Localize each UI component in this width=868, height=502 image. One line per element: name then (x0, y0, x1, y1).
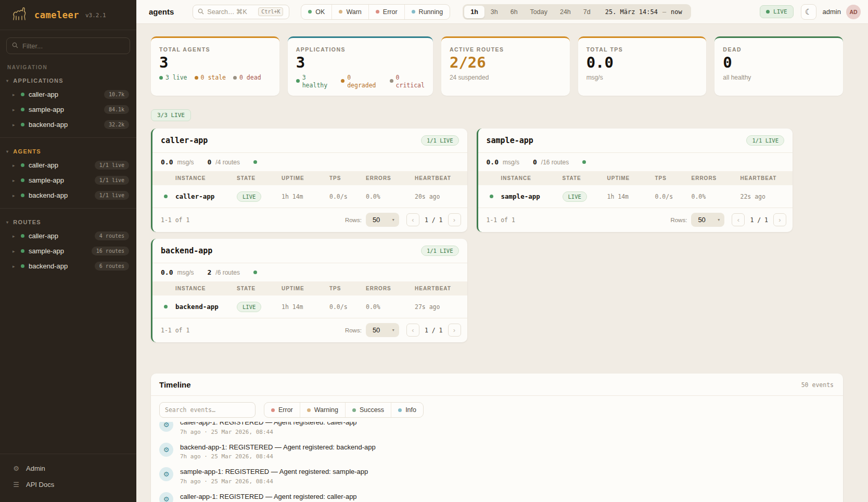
rows-per-page-select[interactable]: 50▾ (366, 323, 399, 337)
app-card-backend-app: backend-app 1/1 LIVE 0.0 msg/s 2 /6 rout… (151, 239, 467, 342)
live-status-badge: LIVE (760, 5, 794, 18)
sidebar-item-agent-caller-app[interactable]: ▸ caller-app 1/1 live (0, 158, 136, 173)
table-header: INSTANCESTATEUPTIME TPSERRORSHEARTBEAT (152, 171, 467, 185)
sidebar-section-routes[interactable]: ▾ ROUTES (0, 214, 136, 228)
prev-page-button[interactable]: ‹ (732, 213, 745, 226)
gear-icon: ⚙ (159, 467, 173, 481)
chevron-down-icon: ▾ (392, 328, 394, 332)
status-dot (21, 178, 24, 182)
sidebar-item-routes-sample-app[interactable]: ▸ sample-app 16 routes (0, 243, 136, 259)
critical-dot (390, 79, 393, 83)
rows-per-page-select[interactable]: 50▾ (691, 213, 724, 227)
chevron-right-icon: ▸ (12, 163, 17, 168)
timeline-search-input[interactable] (165, 406, 250, 414)
time-range-24h[interactable]: 24h (554, 6, 577, 18)
divider (0, 137, 136, 138)
filter-running[interactable]: Running (404, 5, 450, 19)
table-row[interactable]: sample-app LIVE 1h 14m 0.0/s 0.0% 22s ag… (478, 185, 793, 208)
dark-mode-toggle[interactable]: ☾ (801, 4, 816, 20)
chevron-right-icon: ▸ (12, 249, 17, 254)
chevron-down-icon: ▾ (392, 217, 394, 222)
global-search-input[interactable] (207, 8, 255, 16)
live-badge: 1/1 live (95, 161, 129, 170)
timeline-event[interactable]: ⚙ backend-app-1: REGISTERED — Agent regi… (159, 439, 835, 464)
chevron-down-icon: ▾ (6, 220, 9, 225)
chevron-right-icon: ▸ (12, 193, 17, 198)
count-badge: 10.7k (104, 90, 129, 99)
table-row[interactable]: backend-app LIVE 1h 14m 0.0/s 0.0% 27s a… (152, 295, 467, 318)
state-badge: LIVE (563, 191, 587, 202)
timeline-events-list[interactable]: ⚙ caller-app-1: REGISTERED — Agent regis… (151, 422, 843, 502)
sidebar: cameleer v3.2.1 NAVIGATION ▾ APPLICATION… (0, 0, 136, 502)
app-card-title[interactable]: caller-app (161, 136, 208, 145)
table-row[interactable]: caller-app LIVE 1h 14m 0.0/s 0.0% 20s ag… (152, 185, 467, 208)
time-range-today[interactable]: Today (524, 6, 554, 18)
app-card-title[interactable]: sample-app (487, 136, 533, 145)
time-range-6h[interactable]: 6h (504, 6, 524, 18)
sidebar-section-applications[interactable]: ▾ APPLICATIONS (0, 72, 136, 87)
filter-warn[interactable]: Warn (331, 5, 368, 19)
running-dot (412, 10, 415, 14)
chevron-right-icon: ▸ (12, 234, 17, 239)
sidebar-item-routes-caller-app[interactable]: ▸ caller-app 4 routes (0, 228, 136, 243)
chevron-down-icon: ▾ (6, 79, 9, 83)
app-card-title[interactable]: backend-app (161, 246, 212, 255)
page-title: agents (149, 7, 174, 16)
chevron-right-icon: ▸ (12, 178, 17, 183)
stat-value: 3 (296, 55, 425, 70)
global-search[interactable]: Ctrl+K (193, 5, 289, 19)
avatar[interactable]: AD (846, 5, 861, 19)
page-indicator: 1 / 1 (425, 216, 443, 224)
timeline-filter-info[interactable]: Info (391, 403, 423, 417)
status-dot (21, 163, 24, 167)
filter-ok[interactable]: OK (301, 5, 331, 19)
event-timestamp: 7h ago · 25 Mar 2026, 08:44 (180, 478, 368, 485)
stat-value: 0.0 (586, 55, 698, 70)
sidebar-section-agents[interactable]: ▾ AGENTS (0, 143, 136, 158)
status-dot (21, 123, 24, 126)
timeline-filter-error[interactable]: Error (264, 403, 300, 417)
apps-live-summary-badge: 3/3 LIVE (151, 109, 191, 121)
sidebar-item-backend-app[interactable]: ▸ backend-app 32.2k (0, 117, 136, 132)
event-timestamp: 7h ago · 25 Mar 2026, 08:44 (180, 453, 376, 460)
time-range-7d[interactable]: 7d (577, 6, 597, 18)
stat-card-applications: APPLICATIONS 3 3healthy 0degraded 0criti… (288, 36, 433, 96)
time-range-3h[interactable]: 3h (484, 6, 504, 18)
sidebar-item-routes-backend-app[interactable]: ▸ backend-app 6 routes (0, 259, 136, 274)
filter-error[interactable]: Error (368, 5, 404, 19)
sidebar-item-agent-sample-app[interactable]: ▸ sample-app 1/1 live (0, 173, 136, 188)
next-page-button[interactable]: › (773, 213, 786, 226)
timeline-search[interactable] (159, 402, 256, 418)
app-logo[interactable]: cameleer v3.2.1 (0, 0, 136, 30)
sidebar-item-api-docs[interactable]: ☰ API Docs (0, 477, 136, 493)
info-dot (398, 408, 402, 412)
healthy-dot (296, 79, 300, 83)
sidebar-item-sample-app[interactable]: ▸ sample-app 84.1k (0, 102, 136, 117)
status-dot (21, 194, 24, 197)
timeline-event[interactable]: ⚙ sample-app-1: REGISTERED — Agent regis… (159, 464, 835, 488)
live-count-badge: 1/1 LIVE (421, 246, 459, 256)
next-page-button[interactable]: › (448, 324, 461, 337)
sidebar-item-caller-app[interactable]: ▸ caller-app 10.7k (0, 87, 136, 102)
timeline-filter-success[interactable]: Success (345, 403, 391, 417)
status-filter-group: OK Warn Error Running (301, 4, 450, 20)
pagination-range: 1-1 of 1 (161, 327, 345, 334)
degraded-dot (341, 79, 344, 83)
time-range-1h[interactable]: 1h (464, 6, 484, 18)
sidebar-item-agent-backend-app[interactable]: ▸ backend-app 1/1 live (0, 188, 136, 203)
timeline-event[interactable]: ⚙ caller-app-1: REGISTERED — Agent regis… (159, 422, 835, 439)
chevron-right-icon: ▸ (12, 107, 17, 112)
health-dot (582, 160, 586, 164)
pagination-range: 1-1 of 1 (161, 216, 345, 224)
prev-page-button[interactable]: ‹ (406, 324, 419, 337)
timeline-event[interactable]: ⚙ caller-app-1: REGISTERED — Agent regis… (159, 488, 835, 502)
sidebar-item-admin[interactable]: ⚙ Admin (0, 460, 136, 477)
next-page-button[interactable]: › (448, 213, 461, 226)
sidebar-filter-input[interactable] (22, 42, 124, 50)
gear-icon: ⚙ (159, 422, 173, 432)
prev-page-button[interactable]: ‹ (406, 213, 419, 226)
rows-per-page-select[interactable]: 50▾ (366, 213, 399, 227)
timeline-events-count: 50 events (801, 381, 834, 389)
sidebar-filter[interactable] (6, 37, 130, 54)
timeline-filter-warning[interactable]: Warning (300, 403, 345, 417)
